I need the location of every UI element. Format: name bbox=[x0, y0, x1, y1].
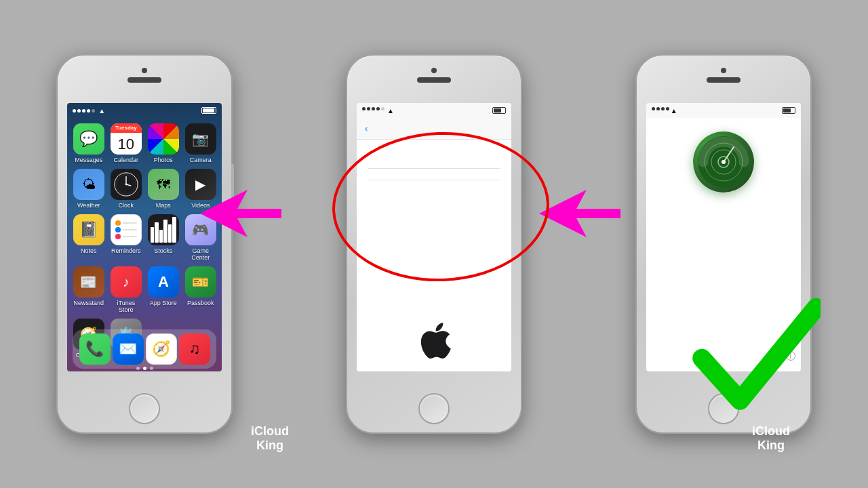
svg-marker-5 bbox=[200, 190, 281, 237]
app-messages[interactable]: 💬 Messages bbox=[73, 123, 104, 163]
dock-phone[interactable]: 📞 bbox=[79, 333, 111, 365]
homescreen: ▲ 💬 Messages Tue bbox=[67, 103, 222, 371]
dock-music[interactable]: ♫ bbox=[179, 333, 210, 365]
photos-icon bbox=[148, 123, 179, 155]
app-notes[interactable]: 📓 Notes bbox=[73, 214, 104, 261]
apple-id-row bbox=[368, 157, 500, 169]
iphone-1: ▲ 💬 Messages Tue bbox=[56, 54, 233, 434]
apple-logo bbox=[357, 309, 511, 371]
arrow-left-2 bbox=[539, 190, 620, 240]
app-camera[interactable]: 📷 Camera bbox=[184, 123, 216, 163]
green-checkmark bbox=[685, 282, 821, 420]
home-button-1[interactable] bbox=[129, 393, 160, 424]
app-stocks[interactable]: Stocks bbox=[147, 214, 179, 261]
signal-area: ▲ bbox=[73, 107, 105, 115]
camera-dot bbox=[142, 68, 147, 73]
back-button[interactable]: ‹ bbox=[365, 123, 369, 134]
app-grid: 💬 Messages Tuesday 10 Calendar Photos bbox=[67, 118, 222, 364]
activation-content bbox=[357, 140, 511, 309]
battery-2 bbox=[492, 107, 506, 114]
app-passbook[interactable]: 🎫 Passbook bbox=[184, 266, 216, 313]
iphone-2: ▲ ‹ bbox=[346, 54, 522, 434]
activation-lock-screen: ▲ ‹ bbox=[357, 103, 511, 371]
find-my-icon bbox=[693, 131, 754, 192]
status-bar-1: ▲ bbox=[67, 103, 222, 118]
iphone-2-screen: ▲ ‹ bbox=[357, 103, 511, 371]
iphone-2-top bbox=[417, 68, 451, 83]
camera-dot-3 bbox=[721, 68, 726, 73]
app-weather[interactable]: 🌤 Weather bbox=[73, 169, 104, 209]
dock: 📞 ✉️ 🧭 ♫ bbox=[73, 329, 216, 369]
svg-point-12 bbox=[722, 160, 726, 164]
iphone-3-top bbox=[707, 68, 741, 83]
speaker-bar-3 bbox=[707, 77, 741, 83]
svg-point-4 bbox=[125, 184, 127, 186]
status-bar-3: ▲ bbox=[646, 103, 801, 118]
icloud-king-right: iCloud King bbox=[752, 424, 790, 453]
svg-marker-6 bbox=[539, 190, 620, 237]
battery-icon bbox=[201, 107, 216, 114]
app-reminders[interactable]: Reminders bbox=[110, 214, 142, 261]
find-my-container bbox=[693, 131, 754, 192]
battery-area bbox=[199, 107, 216, 114]
home-button-2[interactable] bbox=[418, 393, 450, 424]
speaker-bar-2 bbox=[417, 77, 451, 83]
icloud-king-left: iCloud King bbox=[251, 424, 289, 453]
app-maps[interactable]: 🗺 Maps bbox=[147, 169, 179, 209]
wifi-2: ▲ bbox=[387, 107, 394, 115]
dock-safari[interactable]: 🧭 bbox=[146, 333, 177, 365]
app-newsstand[interactable]: 📰 Newsstand bbox=[73, 266, 104, 313]
app-itunes[interactable]: ♪ iTunes Store bbox=[110, 266, 142, 313]
signal-2: ▲ bbox=[362, 107, 394, 115]
password-row bbox=[368, 169, 500, 180]
app-photos[interactable]: Photos bbox=[147, 123, 179, 163]
dock-mail[interactable]: ✉️ bbox=[113, 333, 144, 365]
wifi-3: ▲ bbox=[671, 107, 677, 115]
app-calendar[interactable]: Tuesday 10 Calendar bbox=[110, 123, 142, 163]
iphone-1-top bbox=[127, 68, 161, 83]
ios-status-bar-2: ▲ bbox=[357, 103, 511, 118]
iphone-1-screen: ▲ 💬 Messages Tue bbox=[67, 103, 222, 371]
nav-bar-2: ‹ bbox=[357, 118, 511, 140]
arrow-left-1 bbox=[200, 190, 281, 240]
app-appstore[interactable]: A App Store bbox=[147, 266, 179, 313]
camera-dot-2 bbox=[431, 68, 437, 73]
speaker-bar bbox=[127, 77, 161, 83]
app-clock[interactable]: Clock bbox=[110, 169, 142, 209]
wifi-icon: ▲ bbox=[98, 107, 105, 115]
